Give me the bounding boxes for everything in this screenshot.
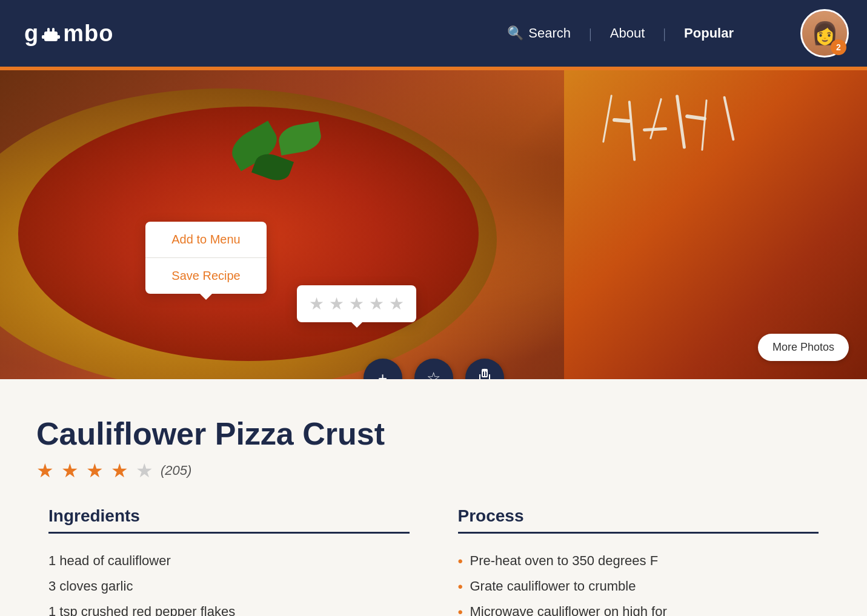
add-to-menu-item[interactable]: Add to Menu [145,222,267,258]
main-content: Cauliflower Pizza Crust ★ ★ ★ ★ ★ (205) … [0,379,867,616]
popup-star-2[interactable]: ★ [329,294,344,314]
svg-rect-0 [44,31,58,41]
star-icon: ☆ [427,369,440,380]
ingredient-item-1: 1 head of cauliflower [48,548,410,574]
process-section: Process Pre-heat oven to 350 degrees F G… [458,506,819,616]
hero-section: Add to Menu Save Recipe ★ ★ ★ ★ ★ More P… [0,70,867,379]
svg-rect-3 [47,28,50,33]
popup-star-4[interactable]: ★ [369,294,384,314]
popular-nav-item[interactable]: Popular [672,25,746,41]
process-step-2: Grate cauliflower to crumble [458,574,819,599]
popup-menu: Add to Menu Save Recipe [145,222,267,294]
avatar-badge: 2 [831,39,846,55]
share-icon [477,368,493,380]
process-title: Process [458,506,819,534]
ingredients-list: 1 head of cauliflower 3 cloves garlic 1 … [48,548,410,616]
about-nav-item[interactable]: About [598,25,657,41]
popup-star-3[interactable]: ★ [349,294,364,314]
star-rating-popup[interactable]: ★ ★ ★ ★ ★ [297,285,416,322]
process-step-1: Pre-heat oven to 350 degrees F [458,548,819,574]
rating-star-4: ★ [111,459,128,482]
search-label[interactable]: Search [528,25,571,41]
header: g mbo 🔍 Search | About | Popular 👩 2 [0,0,867,67]
popup-star-5[interactable]: ★ [389,294,404,314]
popup-star-1[interactable]: ★ [309,294,324,314]
more-photos-button[interactable]: More Photos [758,334,849,361]
rating-row: ★ ★ ★ ★ ★ (205) [36,459,831,482]
avatar-container[interactable]: 👩 2 [800,9,849,58]
header-nav: 🔍 Search | About | Popular [495,25,746,42]
svg-rect-4 [52,28,55,33]
cheese-decoration [594,94,806,216]
process-list: Pre-heat oven to 350 degrees F Grate cau… [458,548,819,616]
search-icon: 🔍 [507,25,523,41]
svg-rect-2 [57,35,60,39]
ingredient-item-3: 1 tsp crushed red pepper flakes [48,599,410,616]
process-step-3: Microwave cauliflower on high for [458,599,819,616]
nav-divider-2: | [657,25,672,42]
share-button[interactable] [465,359,504,379]
rating-star-3: ★ [86,459,104,482]
logo-text: g [24,21,39,47]
favorite-button[interactable]: ☆ [414,359,453,379]
nav-divider-1: | [583,25,598,42]
rating-count: (205) [161,463,191,479]
save-recipe-item[interactable]: Save Recipe [145,258,267,294]
rating-star-1: ★ [36,459,54,482]
action-buttons: + ☆ [364,359,504,379]
svg-rect-1 [42,35,45,39]
add-button[interactable]: + [364,359,402,379]
plus-icon: + [378,369,387,380]
ingredients-section: Ingredients 1 head of cauliflower 3 clov… [48,506,410,616]
ingredients-title: Ingredients [48,506,410,534]
pot-icon [39,22,62,45]
ingredient-item-2: 3 cloves garlic [48,574,410,599]
logo[interactable]: g mbo [24,21,113,47]
content-columns: Ingredients 1 head of cauliflower 3 clov… [36,506,831,616]
rating-star-2: ★ [61,459,79,482]
search-nav-item[interactable]: 🔍 Search [495,25,583,41]
logo-text-after: mbo [63,21,113,47]
recipe-title: Cauliflower Pizza Crust [36,416,831,452]
rating-star-5: ★ [136,459,153,482]
